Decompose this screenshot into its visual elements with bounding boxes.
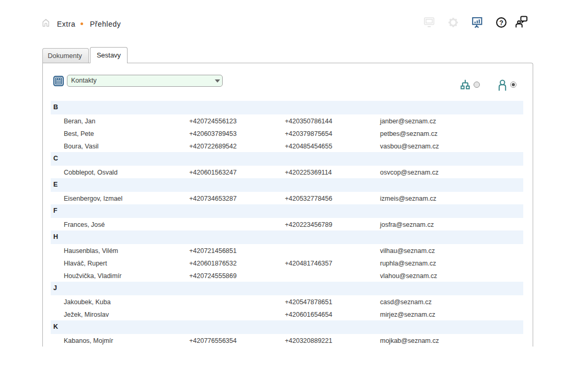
svg-text:?: ? [499,19,503,27]
